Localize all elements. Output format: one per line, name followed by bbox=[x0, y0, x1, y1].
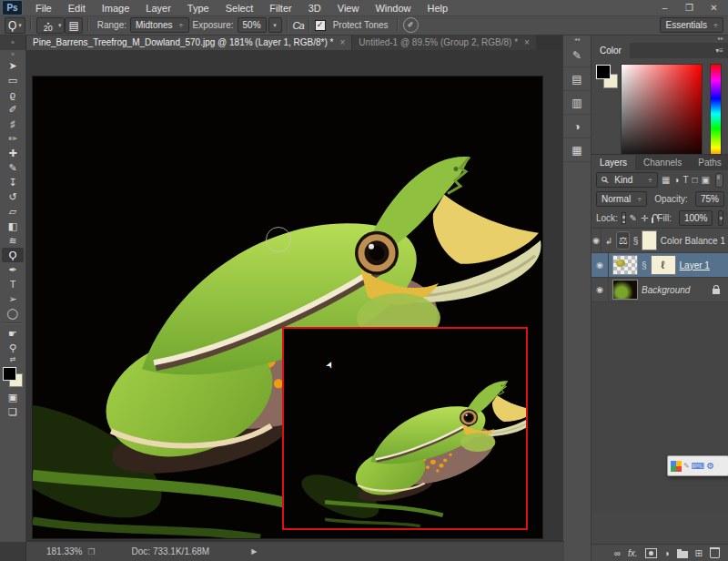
layer-row-layer-1[interactable]: ◉ § ℓ Layer 1 bbox=[592, 253, 728, 278]
toggle-brush-panel-button[interactable]: ▤ bbox=[65, 17, 82, 34]
quick-selection-tool[interactable]: ✐ bbox=[2, 102, 24, 117]
zoom-tool[interactable]: ⚲ bbox=[2, 341, 24, 355]
tab-paths[interactable]: Paths bbox=[690, 155, 728, 170]
color-balance-adjustment-icon[interactable]: ⚖ bbox=[616, 231, 629, 250]
clone-stamp-tool[interactable]: ↧ bbox=[2, 175, 24, 189]
filter-smart-objects-icon[interactable]: ▣ bbox=[702, 175, 710, 185]
clone-source-panel-button[interactable]: ▥ bbox=[563, 91, 591, 115]
brush-panel-button[interactable]: ✎ bbox=[563, 44, 591, 67]
layer-row-color-balance[interactable]: ◉ ↲ ⚖ § Color Balance 1 bbox=[592, 229, 728, 253]
menu-image[interactable]: Image bbox=[94, 2, 138, 15]
layer-style-fx-icon[interactable]: fx. bbox=[628, 548, 638, 558]
menu-edit[interactable]: Edit bbox=[60, 2, 94, 15]
menu-select[interactable]: Select bbox=[217, 2, 262, 15]
airbrush-toggle-icon[interactable]: Ca bbox=[293, 20, 304, 31]
menu-window[interactable]: Window bbox=[367, 2, 419, 15]
blend-mode-select[interactable]: Normal ÷ bbox=[596, 191, 647, 207]
keyboard-icon[interactable]: ⌨ bbox=[692, 461, 704, 471]
panel-menu-icon[interactable]: ▾≡ bbox=[711, 43, 728, 58]
visibility-eye-icon[interactable]: ◉ bbox=[592, 253, 609, 277]
menu-help[interactable]: Help bbox=[420, 2, 457, 15]
quick-mask-button[interactable]: ▣ bbox=[2, 390, 24, 404]
dodge-tool[interactable]: Ϙ bbox=[2, 248, 24, 262]
history-brush-tool[interactable]: ↺ bbox=[2, 189, 24, 204]
hand-tool[interactable]: ☛ bbox=[2, 326, 24, 341]
filter-type-layers-icon[interactable]: T bbox=[682, 175, 688, 185]
lock-position-icon[interactable]: ✛ bbox=[641, 213, 648, 223]
inset-image-layer[interactable]: ➤ bbox=[282, 327, 528, 530]
filter-shape-layers-icon[interactable]: □ bbox=[693, 175, 698, 185]
menu-type[interactable]: Type bbox=[179, 2, 217, 15]
status-options-arrow-icon[interactable]: ▶ bbox=[251, 547, 257, 556]
lock-paint-icon[interactable]: ✎ bbox=[630, 213, 637, 223]
filter-kind-select[interactable]: ⚲ Kind ÷ bbox=[596, 172, 658, 188]
brush-size-picker[interactable]: ● 20 ▾ bbox=[36, 17, 66, 34]
menu-view[interactable]: View bbox=[329, 2, 368, 15]
visibility-eye-icon[interactable]: ◉ bbox=[592, 278, 609, 301]
saturation-brightness-field[interactable] bbox=[621, 64, 703, 166]
menu-layer[interactable]: Layer bbox=[137, 2, 179, 15]
exposure-input[interactable]: 50% bbox=[238, 17, 267, 33]
main-canvas-image[interactable]: ➤ bbox=[33, 76, 542, 538]
export-pages-icon[interactable]: ❐ bbox=[87, 547, 95, 556]
move-tool[interactable]: ➤ bbox=[2, 58, 24, 73]
close-icon[interactable]: × bbox=[340, 37, 346, 47]
opacity-input[interactable]: 75% bbox=[695, 191, 724, 207]
tab-layers[interactable]: Layers bbox=[592, 155, 635, 170]
menu-file[interactable]: File bbox=[27, 2, 60, 15]
close-icon[interactable]: × bbox=[524, 37, 530, 47]
type-tool[interactable]: T bbox=[2, 277, 24, 291]
add-layer-mask-icon[interactable] bbox=[645, 548, 657, 558]
fill-input[interactable]: 100% bbox=[679, 210, 713, 226]
crop-tool[interactable]: ♯ bbox=[2, 117, 24, 131]
zoom-level-field[interactable]: 181.33% bbox=[46, 546, 82, 556]
new-layer-icon[interactable]: ⊞ bbox=[695, 548, 703, 558]
filter-pixel-layers-icon[interactable]: ▦ bbox=[662, 175, 670, 185]
foreground-color-swatch[interactable] bbox=[3, 367, 16, 381]
tab-channels[interactable]: Channels bbox=[635, 155, 690, 170]
toolbar-collapse-icon[interactable]: » bbox=[0, 35, 26, 50]
eyedropper-tool[interactable]: ✏ bbox=[2, 131, 24, 146]
menu-filter[interactable]: Filter bbox=[261, 2, 299, 15]
ellipse-tool[interactable]: ◯ bbox=[2, 306, 24, 321]
collapse-panels-icon[interactable]: ▸▸ bbox=[592, 35, 728, 43]
path-selection-tool[interactable]: ➢ bbox=[2, 291, 24, 306]
delete-layer-icon[interactable] bbox=[710, 547, 720, 558]
layer-name[interactable]: Background bbox=[642, 285, 690, 295]
collapse-icon[interactable]: » bbox=[11, 50, 15, 58]
pressure-size-toggle-icon[interactable]: ✐ bbox=[403, 17, 419, 33]
canvas-area[interactable]: ➤ bbox=[25, 50, 564, 542]
layer-row-background[interactable]: ◉ Background bbox=[592, 278, 728, 302]
lock-all-icon[interactable] bbox=[652, 218, 653, 223]
properties-panel-button[interactable]: ▤ bbox=[563, 67, 591, 91]
gear-icon[interactable]: ⚙ bbox=[706, 461, 714, 471]
restore-button[interactable]: ❐ bbox=[677, 3, 702, 13]
foreground-color-swatch[interactable] bbox=[596, 65, 611, 79]
rectangular-marquee-tool[interactable]: ▭ bbox=[2, 73, 24, 87]
link-layers-icon[interactable]: ∞ bbox=[614, 548, 621, 558]
lock-transparency-icon[interactable] bbox=[622, 212, 626, 224]
gradient-tool[interactable]: ◧ bbox=[2, 219, 24, 233]
vector-mask-thumbnail[interactable]: ℓ bbox=[651, 255, 676, 275]
blur-tool[interactable]: ≋ bbox=[2, 233, 24, 248]
layer-name[interactable]: Color Balance 1 bbox=[661, 236, 725, 246]
layer-mask-thumbnail[interactable] bbox=[642, 230, 657, 250]
workspace-select[interactable]: Essentials ÷ bbox=[660, 17, 723, 33]
hue-slider[interactable] bbox=[710, 64, 722, 166]
filter-toggle-switch[interactable] bbox=[715, 173, 723, 188]
close-button[interactable]: ✕ bbox=[702, 3, 726, 13]
range-select[interactable]: Midtones ÷ bbox=[130, 17, 189, 33]
screen-mode-button[interactable]: ❏ bbox=[2, 404, 24, 419]
current-tool-preset[interactable]: Ϙ ▾ bbox=[5, 17, 25, 34]
minimize-button[interactable]: – bbox=[652, 3, 677, 13]
expand-panels-icon[interactable]: ◂◂ bbox=[563, 35, 591, 44]
layer-name[interactable]: Layer 1 bbox=[680, 260, 710, 270]
tab-untitled-document[interactable]: Untitled-1 @ 89.5% (Group 2, RGB/8) * × bbox=[351, 35, 536, 50]
lasso-tool[interactable]: ϱ bbox=[2, 87, 24, 102]
filter-adjustment-layers-icon[interactable]: ◑ bbox=[673, 175, 679, 185]
pen-input-icon[interactable]: ✎ bbox=[683, 462, 690, 470]
visibility-eye-icon[interactable]: ◉ bbox=[592, 229, 602, 252]
tab-color[interactable]: Color bbox=[592, 43, 630, 58]
layer-thumbnail[interactable] bbox=[612, 255, 638, 275]
new-adjustment-layer-icon[interactable]: ◑ bbox=[664, 548, 670, 558]
